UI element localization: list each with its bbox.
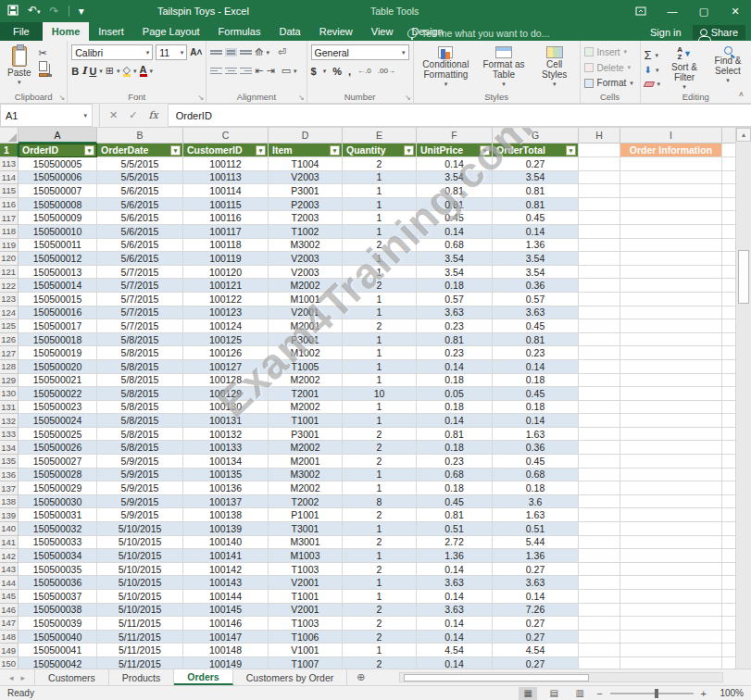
sheet-tab-customers-by-order[interactable]: Customers by Order xyxy=(233,669,348,685)
cell[interactable]: 100113 xyxy=(183,171,269,185)
cell[interactable]: 0.14 xyxy=(417,563,493,577)
cell[interactable] xyxy=(579,428,620,442)
horizontal-scroll-thumb[interactable] xyxy=(404,674,589,681)
row-header-120[interactable]: 120 xyxy=(0,252,19,266)
cell[interactable]: 0.18 xyxy=(417,441,493,455)
row-header-141[interactable]: 141 xyxy=(0,536,19,550)
cell[interactable]: 1 xyxy=(343,401,417,415)
cell[interactable] xyxy=(620,333,722,347)
cell[interactable]: 5/9/2015 xyxy=(97,508,183,522)
cell[interactable] xyxy=(579,360,620,374)
cell[interactable] xyxy=(579,495,620,509)
cell[interactable]: 2 xyxy=(343,319,417,333)
cell[interactable] xyxy=(579,631,620,644)
cell[interactable]: 1.36 xyxy=(493,239,579,253)
row-header-146[interactable]: 146 xyxy=(0,604,19,618)
cell[interactable]: 0.81 xyxy=(493,184,579,198)
row-header-131[interactable]: 131 xyxy=(0,401,19,415)
cell[interactable]: 0.45 xyxy=(417,495,493,509)
row-header-129[interactable]: 129 xyxy=(0,374,19,388)
cell[interactable]: V2001 xyxy=(269,576,343,590)
increase-font-icon[interactable]: A˄ xyxy=(190,47,202,57)
row-header-140[interactable]: 140 xyxy=(0,522,19,536)
vertical-scrollbar[interactable]: ▴ xyxy=(735,128,751,669)
cell[interactable]: M1002 xyxy=(269,346,343,360)
cell[interactable]: 100124 xyxy=(183,319,269,333)
cell[interactable]: 100139 xyxy=(183,522,269,536)
cell[interactable] xyxy=(579,387,620,401)
row-header-115[interactable]: 115 xyxy=(0,184,19,198)
cell[interactable]: 150500030 xyxy=(19,495,97,509)
cell[interactable]: 1 xyxy=(343,414,417,428)
cell[interactable]: 150500008 xyxy=(19,198,97,212)
cell[interactable] xyxy=(579,657,620,669)
new-sheet-button[interactable]: ⊕ xyxy=(347,669,374,685)
cell[interactable]: 150500022 xyxy=(19,387,97,401)
cell[interactable]: 100138 xyxy=(183,508,269,522)
cell[interactable] xyxy=(579,455,620,469)
cell[interactable]: 0.18 xyxy=(493,374,579,388)
cell[interactable] xyxy=(579,563,620,577)
cell[interactable] xyxy=(620,469,722,482)
cell[interactable]: M2002 xyxy=(269,401,343,415)
cell[interactable]: V2003 xyxy=(269,252,343,266)
cell[interactable] xyxy=(579,306,620,320)
cell[interactable]: V2001 xyxy=(269,306,343,320)
cell[interactable] xyxy=(620,576,722,590)
table-header-customerid[interactable]: CustomerID▾ xyxy=(183,144,269,157)
cell[interactable]: 0.36 xyxy=(493,279,579,293)
row-header-144[interactable]: 144 xyxy=(0,576,19,590)
row-header-135[interactable]: 135 xyxy=(0,455,19,469)
cell[interactable]: 1.36 xyxy=(417,549,493,563)
collapse-ribbon-icon[interactable]: ˄ xyxy=(739,90,744,99)
cell[interactable] xyxy=(579,414,620,428)
cell[interactable]: 3.54 xyxy=(417,252,493,266)
cell[interactable]: T2001 xyxy=(269,387,343,401)
cell[interactable] xyxy=(579,184,620,198)
cell[interactable]: 100144 xyxy=(183,590,269,604)
undo-icon[interactable]: ↶▾ xyxy=(28,5,41,18)
table-header-ordertotal[interactable]: OrderTotal▾ xyxy=(493,144,579,157)
row-header-150[interactable]: 150 xyxy=(0,657,19,669)
alignment-dialog-launcher-icon[interactable]: ↘ xyxy=(298,94,305,102)
font-color-icon[interactable]: A xyxy=(140,65,147,77)
cell[interactable] xyxy=(620,428,722,442)
cell[interactable]: 150500026 xyxy=(19,441,97,455)
cell[interactable]: 150500035 xyxy=(19,563,97,577)
conditional-formatting-button[interactable]: Conditional Formatting ▾ xyxy=(418,44,475,90)
ribbon-tab-view[interactable]: View xyxy=(362,22,403,41)
cell[interactable] xyxy=(620,631,722,644)
cell[interactable]: 3.54 xyxy=(493,252,579,266)
cell[interactable]: 0.23 xyxy=(493,346,579,360)
cell[interactable] xyxy=(579,171,620,185)
column-header-A[interactable]: A xyxy=(19,128,97,144)
cancel-icon[interactable]: ✕ xyxy=(109,109,118,121)
currency-icon[interactable]: $ xyxy=(311,66,317,77)
row-header-137[interactable]: 137 xyxy=(0,481,19,495)
cell[interactable]: 0.18 xyxy=(417,481,493,495)
cell[interactable] xyxy=(579,576,620,590)
cell[interactable]: 0.18 xyxy=(493,401,579,415)
table-header-item[interactable]: Item▾ xyxy=(269,144,343,157)
cell[interactable]: 0.45 xyxy=(493,455,579,469)
row-header-136[interactable]: 136 xyxy=(0,469,19,482)
decrease-decimal-icon[interactable]: .00→ xyxy=(378,67,395,75)
cell[interactable]: 150500020 xyxy=(19,360,97,374)
cell[interactable]: 100146 xyxy=(183,617,269,631)
cell[interactable]: 150500011 xyxy=(19,239,97,253)
cell[interactable]: 0.27 xyxy=(493,631,579,644)
name-box[interactable]: A1▾ xyxy=(0,104,93,127)
cell[interactable]: 150500017 xyxy=(19,319,97,333)
cell[interactable]: 0.23 xyxy=(417,455,493,469)
cell[interactable]: 5/8/2015 xyxy=(97,374,183,388)
cell[interactable]: 1 xyxy=(343,225,417,239)
cell[interactable]: 5/10/2015 xyxy=(97,536,183,550)
cell[interactable]: 0.81 xyxy=(493,198,579,212)
cell[interactable]: 150500040 xyxy=(19,631,97,644)
table-header-quantity[interactable]: Quantity▾ xyxy=(343,144,417,157)
cell[interactable]: 100116 xyxy=(183,211,269,225)
zoom-level[interactable]: 100% xyxy=(714,688,744,698)
cell[interactable]: T1007 xyxy=(269,657,343,669)
cell[interactable]: 5/9/2015 xyxy=(97,469,183,482)
cell[interactable]: 1 xyxy=(343,522,417,536)
